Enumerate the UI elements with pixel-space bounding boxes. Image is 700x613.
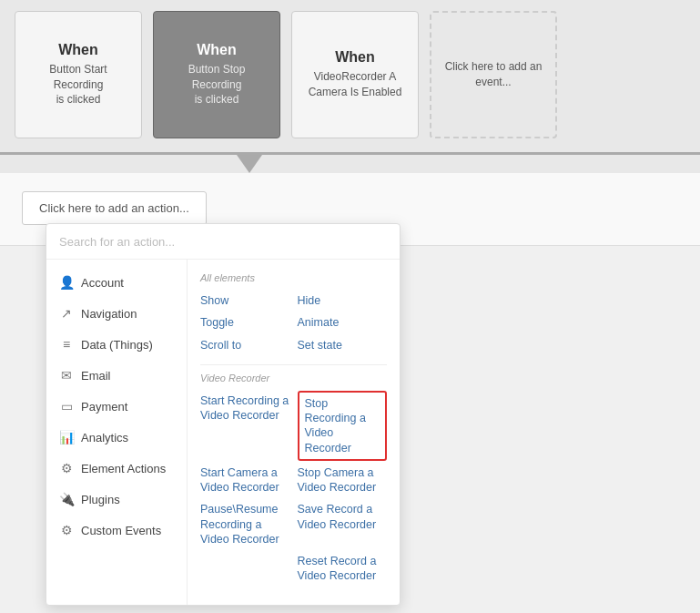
email-icon: ✉: [59, 368, 74, 383]
event-card-3[interactable]: When VideoRecorder ACamera Is Enabled: [291, 11, 419, 138]
add-action-button[interactable]: Click here to add an action...: [22, 191, 207, 225]
category-data-label: Data (Things): [81, 338, 153, 352]
all-elements-header: All elements: [200, 272, 387, 283]
action-toggle[interactable]: Toggle: [200, 312, 290, 332]
event-card-2[interactable]: When Button Stop Recordingis clicked: [153, 11, 280, 138]
dropdown-body: 👤 Account ↗ Navigation ≡ Data (Things) ✉…: [46, 260, 400, 605]
video-recorder-grid: Start Recording a Video Recorder Stop Re…: [200, 391, 387, 587]
section-divider: [200, 364, 387, 365]
category-email[interactable]: ✉ Email: [46, 360, 187, 391]
custom-events-icon: ⚙: [59, 523, 74, 537]
event-desc-1: Button Start Recordingis clicked: [25, 62, 132, 107]
action-show[interactable]: Show: [200, 291, 290, 311]
search-input[interactable]: [59, 235, 387, 249]
category-data-things[interactable]: ≡ Data (Things): [46, 329, 187, 360]
category-element-actions[interactable]: ⚙ Element Actions: [46, 453, 187, 484]
data-icon: ≡: [59, 337, 74, 352]
action-pause-resume[interactable]: Pause\Resume Recording a Video Recorder: [200, 499, 290, 549]
categories-sidebar: 👤 Account ↗ Navigation ≡ Data (Things) ✉…: [46, 260, 188, 605]
account-icon: 👤: [59, 275, 74, 290]
category-navigation-label: Navigation: [81, 307, 137, 321]
category-payment[interactable]: ▭ Payment: [46, 391, 187, 422]
category-custom-events[interactable]: ⚙ Custom Events: [46, 515, 187, 546]
actions-panel: All elements Show Hide Toggle Animate Sc…: [188, 260, 400, 605]
triangle-pointer: [237, 155, 262, 173]
event-desc-3: VideoRecorder ACamera Is Enabled: [309, 69, 402, 100]
category-custom-events-label: Custom Events: [81, 524, 161, 537]
category-account[interactable]: 👤 Account: [46, 267, 187, 298]
event-card-1[interactable]: When Button Start Recordingis clicked: [15, 11, 142, 138]
all-elements-grid: Show Hide Toggle Animate Scroll to Set s…: [200, 291, 387, 355]
action-set-state[interactable]: Set state: [298, 335, 388, 355]
category-email-label: Email: [81, 369, 111, 383]
action-reset-record[interactable]: Reset Record a Video Recorder: [298, 551, 388, 587]
action-hide[interactable]: Hide: [298, 291, 388, 311]
action-stop-camera[interactable]: Stop Camera a Video Recorder: [298, 463, 388, 498]
search-box: [46, 224, 400, 260]
category-plugins[interactable]: 🔌 Plugins: [46, 484, 187, 515]
action-start-camera[interactable]: Start Camera a Video Recorder: [200, 463, 290, 498]
category-navigation[interactable]: ↗ Navigation: [46, 298, 187, 329]
event-bar: When Button Start Recordingis clicked Wh…: [0, 0, 700, 155]
action-start-recording[interactable]: Start Recording a Video Recorder: [200, 391, 290, 461]
triangle-container: [0, 155, 700, 173]
event-desc-2: Button Stop Recordingis clicked: [163, 62, 270, 107]
category-plugins-label: Plugins: [81, 493, 120, 506]
plugins-icon: 🔌: [59, 492, 74, 506]
event-when-label-1: When: [58, 42, 98, 58]
action-save-record[interactable]: Save Record a Video Recorder: [298, 499, 388, 549]
action-stop-recording[interactable]: Stop Recording a Video Recorder: [298, 391, 388, 461]
video-recorder-header: Video Recorder: [200, 373, 387, 383]
action-scroll-to[interactable]: Scroll to: [200, 335, 290, 355]
event-when-label-3: When: [335, 49, 375, 66]
event-add-label: Click here to add an event...: [441, 59, 546, 90]
element-actions-icon: ⚙: [59, 461, 74, 475]
action-animate[interactable]: Animate: [298, 312, 388, 332]
category-account-label: Account: [81, 276, 124, 290]
event-when-label-2: When: [197, 42, 237, 58]
action-dropdown: 👤 Account ↗ Navigation ≡ Data (Things) ✉…: [46, 223, 401, 606]
navigation-icon: ↗: [59, 306, 74, 321]
payment-icon: ▭: [59, 399, 74, 414]
event-card-add[interactable]: Click here to add an event...: [430, 11, 557, 138]
category-analytics[interactable]: 📊 Analytics: [46, 422, 187, 453]
category-payment-label: Payment: [81, 400, 127, 414]
category-element-actions-label: Element Actions: [81, 462, 166, 475]
category-analytics-label: Analytics: [81, 431, 128, 444]
analytics-icon: 📊: [59, 430, 74, 444]
